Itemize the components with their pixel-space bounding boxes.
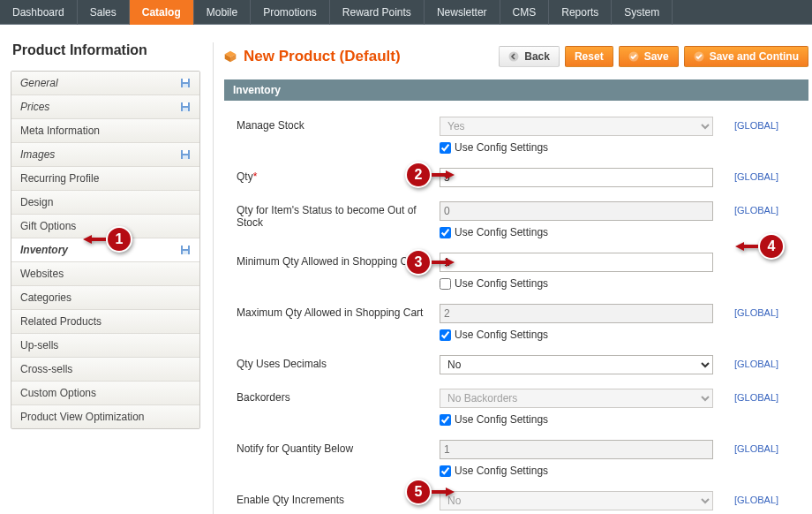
save-button[interactable]: Save bbox=[619, 46, 679, 67]
sidebar-tab-recurring-profile[interactable]: Recurring Profile bbox=[11, 167, 199, 191]
scope-label: [GLOBAL] bbox=[734, 440, 778, 454]
sidebar-tab-gift-options[interactable]: Gift Options bbox=[11, 215, 199, 238]
notify-below-input[interactable] bbox=[440, 440, 713, 459]
sidebar-title: Product Information bbox=[11, 42, 200, 71]
qty-oos-input[interactable] bbox=[440, 201, 713, 221]
cfg-min-qty-cart-cb[interactable] bbox=[440, 278, 451, 290]
sidebar-tab-inventory[interactable]: Inventory bbox=[11, 238, 199, 262]
back-label: Back bbox=[524, 50, 550, 63]
cfg-qty-oos-cb[interactable] bbox=[440, 227, 451, 238]
sidebar-tab-product-view-optimization[interactable]: Product View Optimization bbox=[11, 405, 199, 428]
nav-item-sales[interactable]: Sales bbox=[78, 0, 130, 25]
check-icon bbox=[694, 51, 704, 62]
cfg-backorders-cb[interactable] bbox=[440, 414, 451, 426]
svg-rect-10 bbox=[183, 150, 188, 154]
page-title: New Product (Default) bbox=[244, 48, 401, 65]
sidebar-tab-meta-information[interactable]: Meta Information bbox=[11, 119, 199, 143]
sidebar-tab-design[interactable]: Design bbox=[11, 191, 199, 215]
sidebar-tab-prices[interactable]: Prices bbox=[11, 95, 199, 119]
cfg-notify-below[interactable]: Use Config Settings bbox=[440, 465, 796, 477]
scope-label: [GLOBAL] bbox=[734, 355, 778, 369]
svg-rect-2 bbox=[183, 84, 188, 87]
scope-label: [GLOBAL] bbox=[734, 201, 778, 215]
min-qty-cart-input[interactable] bbox=[440, 253, 713, 272]
row-qty: Qty* [GLOBAL] bbox=[237, 163, 796, 196]
svg-point-48 bbox=[509, 52, 519, 62]
section-header: Inventory bbox=[224, 79, 808, 101]
sidebar-tab-websites[interactable]: Websites bbox=[11, 262, 199, 286]
form: Manage Stock Yes [GLOBAL] Use Config Set… bbox=[224, 101, 808, 514]
svg-rect-11 bbox=[183, 155, 188, 159]
nav-item-promotions[interactable]: Promotions bbox=[251, 0, 330, 25]
row-min-qty-cart: Minimum Qty Allowed in Shopping Cart [GL… bbox=[237, 247, 796, 299]
scope-label: [GLOBAL] bbox=[734, 304, 778, 318]
backorders-select[interactable]: No Backorders bbox=[440, 389, 713, 408]
save-continue-button[interactable]: Save and Continu bbox=[684, 46, 808, 67]
save-disk-icon bbox=[180, 78, 191, 88]
row-enable-incr: Enable Qty Increments No [GLOBAL] Use Co… bbox=[237, 486, 796, 514]
reset-button[interactable]: Reset bbox=[565, 46, 613, 67]
sidebar-tab-images[interactable]: Images bbox=[11, 143, 199, 167]
max-qty-cart-input[interactable] bbox=[440, 304, 713, 323]
label-qty: Qty* bbox=[237, 168, 440, 183]
cfg-manage-stock-cb[interactable] bbox=[440, 142, 451, 154]
nav-item-cms[interactable]: CMS bbox=[500, 0, 550, 25]
scope-label: [GLOBAL] bbox=[734, 168, 778, 182]
cfg-qty-oos[interactable]: Use Config Settings bbox=[440, 226, 796, 238]
nav-item-reports[interactable]: Reports bbox=[549, 0, 612, 25]
product-cube-icon bbox=[224, 50, 237, 63]
cfg-max-qty-cart-cb[interactable] bbox=[440, 329, 451, 341]
top-nav: DashboardSalesCatalogMobilePromotionsRew… bbox=[0, 0, 812, 25]
sidebar: Product Information GeneralPricesMeta In… bbox=[11, 42, 200, 514]
manage-stock-select[interactable]: Yes bbox=[440, 117, 713, 136]
sidebar-tab-custom-options[interactable]: Custom Options bbox=[11, 382, 199, 405]
save-continue-label: Save and Continu bbox=[710, 50, 799, 63]
divider bbox=[213, 42, 214, 514]
row-qty-decimals: Qty Uses Decimals No [GLOBAL] bbox=[237, 350, 796, 383]
toolbar: New Product (Default) Back Reset Save Sa… bbox=[224, 46, 808, 67]
svg-rect-22 bbox=[183, 246, 188, 249]
nav-item-catalog[interactable]: Catalog bbox=[130, 0, 194, 25]
sidebar-tab-related-products[interactable]: Related Products bbox=[11, 310, 199, 334]
save-disk-icon bbox=[180, 149, 191, 160]
nav-item-newsletter[interactable]: Newsletter bbox=[425, 0, 500, 25]
cfg-min-qty-cart[interactable]: Use Config Settings bbox=[440, 277, 796, 290]
row-notify-below: Notify for Quantity Below [GLOBAL] Use C… bbox=[237, 435, 796, 486]
cfg-backorders[interactable]: Use Config Settings bbox=[440, 413, 796, 426]
back-button[interactable]: Back bbox=[499, 46, 560, 67]
nav-item-reward-points[interactable]: Reward Points bbox=[330, 0, 425, 25]
enable-incr-select[interactable]: No bbox=[440, 491, 713, 510]
sidebar-tabs: GeneralPricesMeta InformationImagesRecur… bbox=[11, 71, 200, 429]
label-manage-stock: Manage Stock bbox=[237, 117, 440, 132]
label-qty-oos: Qty for Item's Status to become Out of S… bbox=[237, 201, 440, 229]
nav-item-dashboard[interactable]: Dashboard bbox=[0, 0, 78, 25]
reset-label: Reset bbox=[575, 50, 604, 63]
svg-rect-23 bbox=[183, 251, 188, 254]
svg-rect-1 bbox=[183, 79, 188, 82]
scope-label: [GLOBAL] bbox=[734, 389, 778, 403]
back-arrow-icon bbox=[508, 51, 519, 62]
main: New Product (Default) Back Reset Save Sa… bbox=[221, 42, 812, 514]
sidebar-tab-up-sells[interactable]: Up-sells bbox=[11, 334, 199, 358]
cfg-manage-stock[interactable]: Use Config Settings bbox=[440, 141, 796, 154]
scope-label: [GLOBAL] bbox=[734, 117, 778, 131]
label-qty-decimals: Qty Uses Decimals bbox=[237, 355, 440, 370]
label-min-qty-cart: Minimum Qty Allowed in Shopping Cart bbox=[237, 253, 440, 268]
row-manage-stock: Manage Stock Yes [GLOBAL] Use Config Set… bbox=[237, 111, 796, 163]
nav-item-system[interactable]: System bbox=[612, 0, 673, 25]
cfg-max-qty-cart[interactable]: Use Config Settings bbox=[440, 329, 796, 341]
qty-decimals-select[interactable]: No bbox=[440, 355, 713, 374]
qty-input[interactable] bbox=[440, 168, 713, 187]
check-icon bbox=[628, 51, 639, 62]
label-backorders: Backorders bbox=[237, 389, 440, 404]
scope-label: [GLOBAL] bbox=[734, 491, 778, 505]
label-enable-incr: Enable Qty Increments bbox=[237, 491, 440, 506]
sidebar-tab-cross-sells[interactable]: Cross-sells bbox=[11, 358, 199, 382]
cfg-notify-below-cb[interactable] bbox=[440, 465, 451, 477]
svg-rect-4 bbox=[183, 102, 188, 106]
svg-rect-5 bbox=[183, 108, 188, 111]
save-disk-icon bbox=[180, 245, 191, 255]
sidebar-tab-general[interactable]: General bbox=[11, 72, 199, 95]
nav-item-mobile[interactable]: Mobile bbox=[194, 0, 251, 25]
sidebar-tab-categories[interactable]: Categories bbox=[11, 286, 199, 310]
